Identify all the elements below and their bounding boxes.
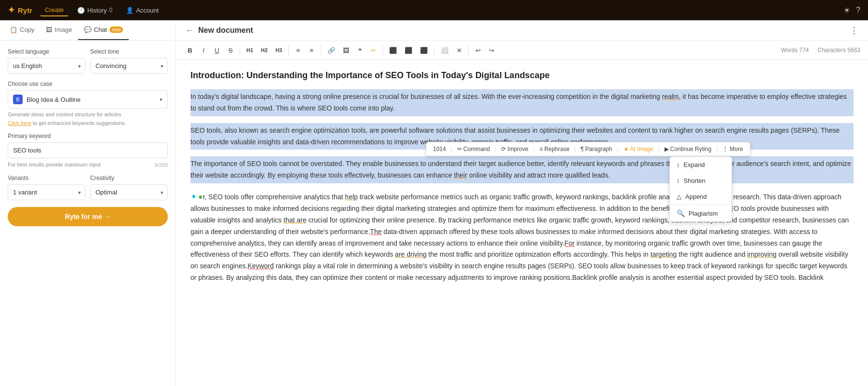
- sidebar-form: Select language us English ▾ Select tone…: [0, 41, 176, 234]
- theme-icon[interactable]: ☀: [843, 6, 850, 15]
- improve-label: Improve: [507, 146, 528, 152]
- dropdown-shorten[interactable]: ↕ Shorten: [670, 173, 732, 189]
- redo-button[interactable]: ↪: [485, 44, 498, 56]
- h3-button[interactable]: H3: [272, 44, 285, 56]
- ryte-button[interactable]: Ryte for me →: [8, 207, 168, 226]
- nav-account[interactable]: 👤 Account: [121, 5, 163, 16]
- float-continue-btn[interactable]: ▶ Continue Ryting: [661, 144, 715, 154]
- align-left-button[interactable]: ⬛: [386, 44, 400, 56]
- variants-select-wrapper[interactable]: 1 variant ▾: [8, 184, 85, 200]
- improve-icon: ⟳: [501, 146, 506, 152]
- copy-label: Copy: [20, 26, 34, 33]
- targeting-underline: targeting: [651, 250, 677, 258]
- image-button[interactable]: 🖼: [339, 44, 353, 56]
- doc-title: New document: [198, 26, 253, 35]
- creativity-select[interactable]: Optimal: [91, 185, 167, 200]
- keyword-hint: For best results provide maximum input: [8, 162, 101, 167]
- italic-button[interactable]: I: [197, 44, 210, 56]
- clear-format-button[interactable]: ⬜: [437, 44, 452, 56]
- account-icon: 👤: [126, 7, 134, 14]
- nav-history[interactable]: 🕐 History 0: [72, 5, 117, 16]
- dropdown-expand[interactable]: ↕ Expand: [670, 157, 732, 173]
- their-underline: their: [454, 171, 467, 179]
- sidebar-tabs: 📋 Copy 🖼 Image 💬 Chat new: [0, 20, 176, 41]
- bullet-list-button[interactable]: ≡: [292, 44, 304, 56]
- variants-select[interactable]: 1 variant: [8, 185, 85, 200]
- float-improve-btn[interactable]: ⟳ Improve: [497, 144, 532, 154]
- h2-button[interactable]: H2: [258, 44, 271, 56]
- continue-icon: ▶: [665, 146, 669, 152]
- ordered-list-button[interactable]: ≡: [305, 44, 318, 56]
- keyword-input[interactable]: [8, 142, 168, 158]
- toolbar-divider-6: [468, 45, 469, 55]
- float-divider-0: |: [450, 146, 453, 152]
- gem-icon: ✦: [190, 190, 197, 203]
- float-divider-4: |: [616, 146, 619, 152]
- undo-button[interactable]: ↩: [472, 44, 484, 56]
- tone-select[interactable]: Convincing: [91, 58, 167, 73]
- more-label: More: [730, 146, 743, 152]
- help-underline: help: [345, 193, 357, 201]
- align-center-button[interactable]: ⬛: [401, 44, 416, 56]
- continue-label: Continue Ryting: [670, 146, 711, 152]
- keyword-group: Primary keyword For best results provide…: [8, 133, 168, 168]
- float-paragraph-btn[interactable]: ¶ Paragraph: [577, 144, 616, 154]
- keywords-hint-link[interactable]: Click here: [8, 120, 31, 126]
- language-select[interactable]: us English: [8, 58, 85, 73]
- toolbar-divider-2: [288, 45, 289, 55]
- use-case-select[interactable]: B Blog Idea & Outline ▾: [8, 90, 168, 109]
- float-rephrase-btn[interactable]: ≡ Rephrase: [536, 144, 573, 154]
- plagiarism-label: Plagiarism: [689, 210, 718, 217]
- plagiarism-icon: 🔍: [677, 209, 685, 217]
- float-more-btn[interactable]: ⋮ More: [719, 144, 746, 154]
- align-right-button[interactable]: ⬛: [417, 44, 431, 56]
- document-heading: Introduction: Understanding the Importan…: [190, 69, 854, 82]
- tab-copy[interactable]: 📋 Copy: [4, 20, 40, 40]
- editor-content: Introduction: Understanding the Importan…: [176, 60, 868, 386]
- content-area: ← New document ⋮ B I U S H1 H2 H3 ≡ ≡ 🔗 …: [176, 20, 868, 386]
- image-label: Image: [54, 26, 72, 33]
- link-button[interactable]: 🔗: [324, 44, 339, 56]
- help-icon[interactable]: ?: [856, 6, 860, 14]
- dot-icon: ●: [198, 190, 203, 203]
- chat-label: Chat: [94, 26, 107, 33]
- main-layout: 📋 Copy 🖼 Image 💬 Chat new Select languag…: [0, 20, 868, 386]
- quote-button[interactable]: ❝: [353, 44, 366, 56]
- bold-button[interactable]: B: [184, 44, 196, 56]
- rephrase-icon: ≡: [540, 146, 543, 152]
- dropdown-menu: ↕ Expand ↕ Shorten △ Append 🔍 Plagiarism: [669, 156, 732, 222]
- append-icon: △: [677, 193, 681, 200]
- tone-select-wrapper[interactable]: Convincing ▾: [90, 58, 168, 74]
- dropdown-append[interactable]: △ Append: [670, 189, 732, 205]
- keyword-counter: 9/200: [154, 162, 168, 168]
- doc-more-button[interactable]: ⋮: [850, 25, 858, 36]
- tab-image[interactable]: 🖼 Image: [40, 20, 78, 40]
- logo[interactable]: ✦ Rytr: [8, 5, 32, 15]
- language-select-wrapper[interactable]: us English ▾: [8, 58, 85, 74]
- use-case-icon: B: [13, 95, 23, 104]
- h1-button[interactable]: H1: [243, 44, 257, 56]
- underline-button[interactable]: U: [211, 44, 223, 56]
- highlight-button[interactable]: ✏: [367, 44, 380, 56]
- top-nav: ✦ Rytr Create 🕐 History 0 👤 Account ☀ ?: [0, 0, 868, 20]
- toolbar-divider-5: [434, 45, 434, 55]
- float-aiimage-btn[interactable]: ★ AI Image: [620, 144, 657, 154]
- use-case-label: Choose use case: [8, 81, 168, 87]
- use-case-hint: Generate ideas and content structure for…: [8, 111, 168, 117]
- copy-icon: 📋: [10, 26, 17, 33]
- nav-create[interactable]: Create: [40, 4, 68, 16]
- float-divider-5: |: [657, 146, 661, 152]
- strikethrough-button[interactable]: S: [224, 44, 237, 56]
- remove-button[interactable]: ✕: [453, 44, 465, 56]
- toolbar-divider-1: [240, 45, 240, 55]
- dropdown-plagiarism[interactable]: 🔍 Plagiarism: [670, 205, 732, 221]
- history-label: History: [87, 7, 107, 14]
- back-button[interactable]: ←: [186, 26, 193, 35]
- float-divider-3: |: [573, 146, 577, 152]
- create-label: Create: [45, 6, 64, 14]
- float-command-btn[interactable]: ✏ Command: [453, 144, 494, 154]
- tab-chat[interactable]: 💬 Chat new: [78, 20, 129, 40]
- nav-right: ☀ ?: [843, 6, 860, 15]
- creativity-select-wrapper[interactable]: Optimal ▾: [90, 184, 168, 200]
- expand-icon: ↕: [677, 161, 680, 168]
